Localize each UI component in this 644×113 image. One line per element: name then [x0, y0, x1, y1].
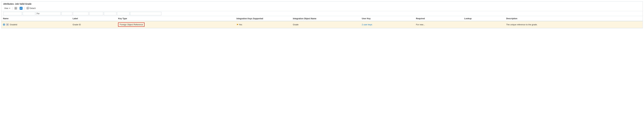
detach-button[interactable]: Detach: [26, 6, 37, 10]
freeze-icon: [14, 7, 17, 10]
cell-name: 12 GradeId: [2, 21, 71, 28]
attributes-panel: Attributes: Job Valid Grade View ▼: [1, 1, 643, 28]
col-name[interactable]: Name: [2, 16, 71, 21]
cell-label: Grade ID: [71, 21, 117, 28]
filter-intkeys[interactable]: [62, 12, 72, 15]
userkey-link[interactable]: 2 user keys: [362, 24, 372, 26]
filter-row: [2, 11, 642, 16]
type-badge: 12: [6, 24, 9, 26]
col-label[interactable]: Label: [71, 16, 117, 21]
table-row[interactable]: 12 GradeId Grade ID Foreign Object Refer…: [2, 21, 642, 28]
svg-rect-6: [20, 9, 22, 9]
filter-keytype[interactable]: [36, 12, 61, 15]
filter-desc[interactable]: [130, 12, 161, 15]
cell-required: For new...: [414, 21, 463, 28]
col-keytype[interactable]: Key Type: [116, 16, 235, 21]
table-header-row: Name Label Key Type Integration Keys Sup…: [2, 16, 642, 21]
cell-description: The unique reference to the grade.: [505, 21, 642, 28]
svg-rect-0: [15, 7, 16, 8]
toolbar-divider-2: [24, 7, 24, 10]
freeze-button[interactable]: [14, 6, 18, 10]
panel-title: Attributes: Job Valid Grade: [2, 2, 642, 6]
filter-intobj[interactable]: [73, 12, 88, 15]
detach-label: Detach: [30, 7, 36, 9]
svg-rect-1: [16, 7, 17, 8]
cell-lookup: [463, 21, 504, 28]
detach-icon: [26, 7, 29, 10]
col-description[interactable]: Description: [505, 16, 642, 21]
filter-name[interactable]: [3, 12, 22, 15]
filter-userkey[interactable]: [89, 12, 103, 15]
cell-intkeys: ⚑ Yes: [235, 21, 291, 28]
filter-required[interactable]: [104, 12, 116, 15]
wrap-button[interactable]: [19, 6, 24, 10]
table-container: Name Label Key Type Integration Keys Sup…: [2, 16, 642, 28]
filter-lookup[interactable]: [117, 12, 130, 15]
name-value: GradeId: [10, 24, 17, 26]
cell-intobj: Grade: [291, 21, 360, 28]
attributes-table: Name Label Key Type Integration Keys Sup…: [2, 16, 642, 28]
toolbar: View ▼: [2, 6, 642, 11]
col-intobj[interactable]: Integration Object Name: [291, 16, 360, 21]
filter-label[interactable]: [23, 12, 35, 15]
svg-rect-2: [15, 8, 16, 9]
svg-rect-8: [27, 7, 29, 9]
key-type-value: Foreign Object Reference: [118, 22, 144, 27]
svg-rect-4: [20, 8, 22, 8]
toolbar-divider: [12, 7, 12, 10]
svg-rect-3: [16, 8, 17, 9]
row-radio[interactable]: [3, 24, 5, 26]
view-dropdown-arrow: ▼: [9, 8, 10, 9]
cell-userkey: 2 user keys: [360, 21, 414, 28]
panel-title-text: Attributes: Job Valid Grade: [3, 3, 32, 5]
col-intkeys[interactable]: Integration Keys Supported: [235, 16, 291, 21]
col-lookup[interactable]: Lookup: [463, 16, 504, 21]
view-button[interactable]: View ▼: [3, 7, 12, 10]
col-required[interactable]: Required: [414, 16, 463, 21]
wrap-icon: [20, 7, 22, 10]
flag-icon: ⚑: [236, 24, 238, 26]
svg-rect-5: [20, 8, 22, 8]
intkeys-value: Yes: [239, 24, 242, 26]
col-userkey[interactable]: User Key: [360, 16, 414, 21]
cell-keytype: Foreign Object Reference: [116, 21, 235, 28]
view-label: View: [4, 7, 8, 9]
